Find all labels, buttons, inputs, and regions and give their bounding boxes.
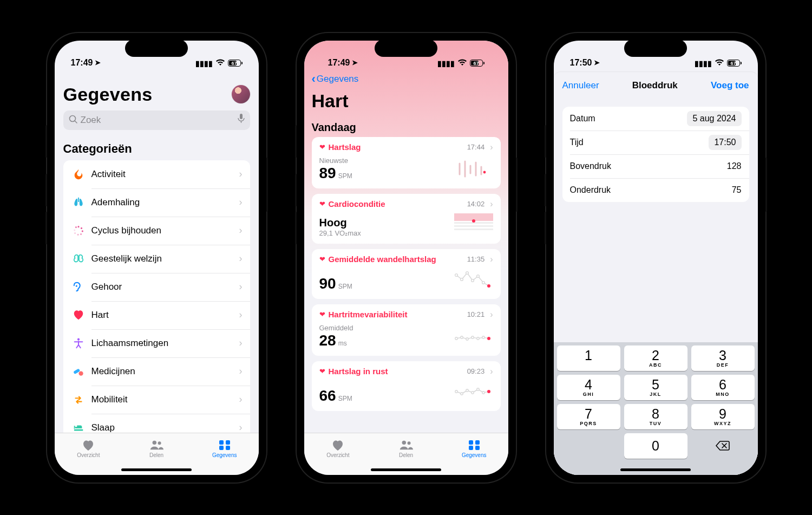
category-row-pills[interactable]: Medicijnen›: [63, 357, 250, 386]
svg-rect-31: [454, 229, 493, 230]
profile-avatar[interactable]: [232, 85, 250, 103]
form-row[interactable]: Onderdruk75: [562, 178, 749, 202]
tab-data[interactable]: Gegevens: [191, 433, 259, 464]
mic-icon[interactable]: [238, 114, 245, 126]
chevron-right-icon: ›: [490, 142, 493, 152]
home-indicator[interactable]: [121, 468, 192, 471]
sparkline: [454, 325, 493, 349]
dynamic-island: [125, 40, 188, 57]
location-icon: ➤: [95, 58, 101, 67]
card-title: Hartslag: [329, 142, 464, 152]
key-3[interactable]: 3DEF: [691, 345, 755, 371]
svg-point-9: [74, 232, 76, 234]
tab-share[interactable]: Delen: [372, 433, 440, 464]
mobility-icon: [71, 394, 86, 406]
form-row[interactable]: Bovendruk128: [562, 154, 749, 178]
svg-rect-19: [226, 440, 230, 445]
category-row-ear[interactable]: Gehoor›: [63, 273, 250, 301]
key-delete[interactable]: [691, 433, 755, 459]
svg-point-52: [482, 391, 484, 393]
cell-signal-icon: ▮▮▮▮: [695, 59, 712, 68]
svg-point-37: [476, 275, 479, 277]
heart-card[interactable]: ❤Hartslag17:44›Nieuwste89SPM: [312, 137, 501, 188]
tab-data[interactable]: Gegevens: [440, 433, 508, 464]
status-time: 17:49: [71, 58, 93, 68]
heart-card[interactable]: ❤Gemiddelde wandelhartslag11:35›90SPM: [312, 249, 501, 299]
tab-label: Delen: [399, 452, 413, 458]
category-label: Geestelijk welzijn: [91, 253, 239, 264]
phone-hart: 17:49 ➤ ▮▮▮▮ 67 ‹ Gegevens Hart Va: [297, 33, 516, 483]
key-8[interactable]: 8TUV: [624, 404, 687, 429]
card-title: Hartslag in rust: [329, 367, 464, 376]
key-blank: [557, 433, 620, 459]
category-row-flame[interactable]: Activiteit›: [63, 160, 250, 188]
search-input[interactable]: [81, 115, 234, 126]
form-value[interactable]: 128: [727, 161, 742, 171]
key-4[interactable]: 4GHI: [557, 375, 620, 400]
svg-point-12: [75, 285, 77, 286]
svg-point-41: [460, 336, 462, 338]
numeric-keypad: 1 2ABC3DEF4GHI5JKL6MNO7PQRS8TUV9WXYZ0: [554, 342, 758, 475]
key-5[interactable]: 5JKL: [624, 375, 687, 400]
svg-point-4: [77, 226, 79, 227]
category-row-cycle[interactable]: Cyclus bijhouden›: [63, 217, 250, 245]
svg-rect-58: [469, 446, 473, 450]
category-label: Gehoor: [91, 282, 239, 292]
battery-icon: 67: [228, 60, 243, 67]
add-button[interactable]: Voeg toe: [711, 80, 749, 91]
form-value[interactable]: 17:50: [709, 135, 741, 150]
back-button[interactable]: ‹ Gegevens: [312, 72, 501, 86]
svg-point-34: [460, 278, 463, 281]
svg-rect-2: [240, 114, 243, 119]
tab-share[interactable]: Delen: [122, 433, 191, 464]
key-2[interactable]: 2ABC: [624, 345, 687, 371]
svg-point-53: [487, 390, 490, 393]
categories-list: Activiteit›Ademhaling›Cyclus bijhouden›G…: [63, 160, 250, 433]
chevron-right-icon: ›: [239, 309, 243, 321]
lungs-icon: [71, 197, 86, 208]
search-field[interactable]: [63, 110, 250, 130]
card-title: Cardioconditie: [329, 199, 464, 208]
category-row-mobility[interactable]: Mobiliteit›: [63, 386, 250, 414]
home-indicator[interactable]: [371, 468, 441, 471]
svg-point-38: [482, 281, 484, 284]
heart-card[interactable]: ❤Hartslag in rust09:23›66SPM: [312, 361, 501, 411]
tab-overview[interactable]: Overzicht: [304, 433, 372, 464]
form: Datum5 aug 2024Tijd17:50Bovendruk128Onde…: [562, 107, 749, 202]
category-label: Activiteit: [91, 169, 239, 180]
cell-signal-icon: ▮▮▮▮: [195, 59, 213, 68]
modal-header: Annuleer Bloeddruk Voeg toe: [554, 72, 758, 99]
key-6[interactable]: 6MNO: [691, 375, 755, 400]
card-time: 17:44: [467, 143, 485, 151]
section-title: Categorieën: [63, 142, 250, 156]
grid-icon: [467, 439, 481, 451]
form-row[interactable]: Tijd17:50: [562, 131, 749, 154]
category-row-heart[interactable]: Hart›: [63, 301, 250, 329]
key-1[interactable]: 1: [557, 345, 620, 371]
form-row[interactable]: Datum5 aug 2024: [562, 107, 749, 131]
battery-icon: 67: [470, 60, 484, 67]
key-7[interactable]: 7PQRS: [557, 404, 620, 429]
grid-icon: [218, 439, 232, 451]
category-row-bed[interactable]: Slaap›: [63, 414, 250, 433]
form-value[interactable]: 75: [732, 185, 742, 195]
svg-point-42: [466, 337, 468, 340]
heart-card[interactable]: ❤Hartritmevariabiliteit10:21›Gemiddeld28…: [312, 304, 501, 356]
pills-icon: [71, 366, 86, 377]
svg-point-43: [471, 336, 473, 338]
cancel-button[interactable]: Annuleer: [562, 80, 599, 91]
heart-card[interactable]: ❤Cardioconditie14:02›Hoog29,1 VO₂max: [312, 194, 501, 244]
category-row-body[interactable]: Lichaamsmetingen›: [63, 329, 250, 357]
key-0[interactable]: 0: [624, 433, 687, 459]
home-indicator[interactable]: [620, 468, 691, 471]
category-row-brain[interactable]: Geestelijk welzijn›: [63, 245, 250, 273]
form-label: Datum: [570, 114, 595, 123]
key-9[interactable]: 9WXYZ: [691, 404, 755, 429]
chevron-right-icon: ›: [490, 255, 493, 264]
svg-point-10: [74, 229, 75, 231]
tab-overview[interactable]: Overzicht: [55, 433, 123, 464]
sparkline: [454, 158, 493, 182]
category-row-lungs[interactable]: Ademhaling›: [63, 188, 250, 217]
wifi-icon: [457, 59, 467, 68]
form-value[interactable]: 5 aug 2024: [687, 111, 741, 126]
